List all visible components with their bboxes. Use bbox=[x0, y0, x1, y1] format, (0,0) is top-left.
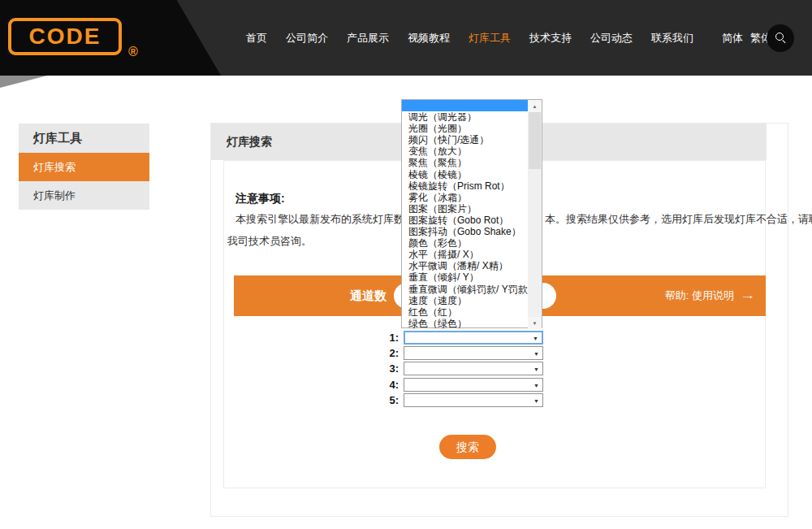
channel-4-select[interactable]: ▼ bbox=[404, 378, 543, 392]
registered-trademark-icon: ® bbox=[128, 45, 138, 59]
search-icon bbox=[775, 33, 786, 43]
lang-simplified[interactable]: 简体 bbox=[722, 31, 743, 46]
nav-item-contact[interactable]: 联系我们 bbox=[651, 31, 693, 46]
dropdown-option[interactable]: 绿色（绿色） bbox=[402, 318, 529, 329]
dropdown-option[interactable]: 频闪（快门/选通） bbox=[402, 134, 529, 145]
scroll-down-icon[interactable]: ▼ bbox=[528, 317, 542, 329]
chevron-down-icon: ▼ bbox=[533, 382, 539, 388]
dropdown-option[interactable]: 棱镜旋转（Prism Rot） bbox=[402, 180, 529, 192]
nav-item-videos[interactable]: 视频教程 bbox=[408, 31, 450, 46]
nav-item-company[interactable]: 公司简介 bbox=[286, 31, 328, 46]
channel-3-select[interactable]: ▼ bbox=[404, 362, 543, 375]
chevron-down-icon: ▼ bbox=[533, 350, 539, 356]
dropdown-option[interactable]: 聚焦（聚焦） bbox=[402, 157, 529, 168]
dropdown-option[interactable]: 水平（摇摄/ X） bbox=[402, 249, 529, 260]
dropdown-option[interactable]: 速度（速度） bbox=[402, 295, 529, 306]
channel-3-label: 3: bbox=[371, 362, 399, 375]
main-nav: 首页 公司简介 产品展示 视频教程 灯库工具 技术支持 公司动态 联系我们 简体… bbox=[246, 0, 793, 76]
channel-1-select[interactable]: ▼ bbox=[404, 331, 543, 345]
channel-1-dropdown-list: 调光（调光器） 光圈（光圈） 频闪（快门/选通） 变焦（放大） 聚焦（聚焦） 棱… bbox=[401, 99, 542, 328]
logo-text: CODE bbox=[29, 24, 102, 50]
chevron-down-icon: ▼ bbox=[533, 397, 539, 403]
dropdown-option[interactable]: 雾化（冰霜） bbox=[402, 192, 529, 203]
dropdown-scrollbar[interactable]: ▲ ▼ bbox=[528, 100, 542, 329]
sidebar: 灯库工具 灯库搜索 灯库制作 bbox=[19, 124, 149, 210]
dropdown-option[interactable]: 颜色（彩色） bbox=[402, 237, 529, 249]
chevron-down-icon: ▼ bbox=[533, 335, 538, 340]
dropdown-option[interactable]: 变焦（放大） bbox=[402, 145, 529, 157]
dropdown-option[interactable]: 图案旋转（Gobo Rot） bbox=[402, 215, 529, 226]
nav-item-products[interactable]: 产品展示 bbox=[347, 31, 389, 46]
arrow-right-icon: → bbox=[740, 275, 756, 316]
scrollbar-thumb[interactable] bbox=[529, 112, 541, 169]
dropdown-option[interactable]: 图案抖动（Gobo Shake） bbox=[402, 226, 529, 237]
help-link[interactable]: 帮助: 使用说明→ bbox=[665, 275, 753, 316]
channel-4-label: 4: bbox=[371, 378, 399, 392]
sidebar-title: 灯库工具 bbox=[19, 124, 149, 153]
brand-logo[interactable]: CODE bbox=[8, 18, 122, 55]
channel-2-select[interactable]: ▼ bbox=[404, 346, 543, 360]
chevron-down-icon: ▼ bbox=[533, 366, 539, 371]
notice-text-line2: 我司技术员咨询。 bbox=[227, 234, 312, 249]
search-button[interactable] bbox=[767, 24, 794, 52]
channel-5-label: 5: bbox=[371, 393, 399, 407]
dropdown-option[interactable]: 垂直微调（倾斜罚款/ Y罚款） bbox=[402, 284, 529, 295]
nav-item-light-library-tools[interactable]: 灯库工具 bbox=[469, 31, 511, 46]
dropdown-option[interactable]: 光圈（光圈） bbox=[402, 123, 529, 134]
help-label: 帮助: 使用说明 bbox=[665, 289, 734, 301]
dropdown-options: 调光（调光器） 光圈（光圈） 频闪（快门/选通） 变焦（放大） 聚焦（聚焦） 棱… bbox=[402, 100, 529, 329]
header-fold-decoration bbox=[0, 76, 47, 88]
channel-count-label: 通道数 bbox=[350, 275, 387, 316]
dropdown-option[interactable]: 棱镜（棱镜） bbox=[402, 169, 529, 180]
dropdown-option-blank[interactable] bbox=[402, 100, 529, 111]
channel-1-label: 1: bbox=[371, 331, 399, 345]
top-header: CODE ® 首页 公司简介 产品展示 视频教程 灯库工具 技术支持 公司动态 … bbox=[0, 0, 812, 76]
sidebar-item-light-library-create[interactable]: 灯库制作 bbox=[19, 181, 149, 210]
dropdown-option[interactable]: 图案（图案片） bbox=[402, 203, 529, 215]
dropdown-option[interactable]: 水平微调（潘精/ X精） bbox=[402, 260, 529, 271]
dropdown-option[interactable]: 垂直（倾斜/ Y） bbox=[402, 271, 529, 283]
nav-item-news[interactable]: 公司动态 bbox=[590, 31, 633, 46]
channel-5-select[interactable]: ▼ bbox=[404, 393, 543, 407]
notice-heading: 注意事项: bbox=[235, 192, 285, 206]
nav-item-home[interactable]: 首页 bbox=[246, 31, 267, 46]
scroll-up-icon[interactable]: ▲ bbox=[528, 100, 542, 112]
sidebar-item-light-library-search[interactable]: 灯库搜索 bbox=[19, 153, 149, 181]
search-submit-button[interactable]: 搜索 bbox=[439, 435, 496, 459]
dropdown-option[interactable]: 调光（调光器） bbox=[402, 111, 529, 123]
channel-2-label: 2: bbox=[371, 346, 399, 360]
dropdown-option[interactable]: 红色（红） bbox=[402, 306, 529, 318]
page: CODE ® 首页 公司简介 产品展示 视频教程 灯库工具 技术支持 公司动态 … bbox=[0, 0, 812, 529]
nav-item-support[interactable]: 技术支持 bbox=[529, 31, 572, 46]
notice-text-line1-right: 本。搜索结果仅供参考，选用灯库后发现灯库不合适，请联系 bbox=[545, 212, 812, 227]
